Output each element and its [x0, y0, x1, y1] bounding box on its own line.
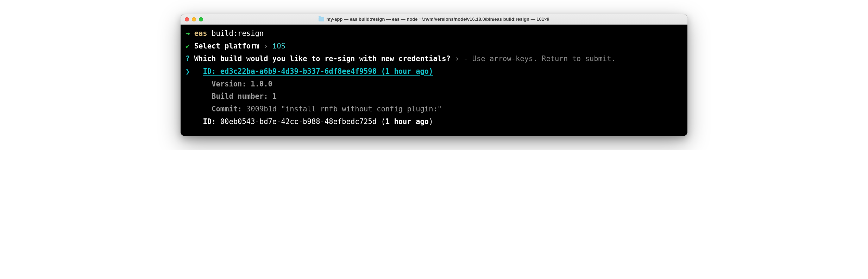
- other-option[interactable]: ID: 00eb0543-bd7e-42cc-b988-48efbedc725d…: [185, 116, 683, 128]
- window-title: my-app — eas build:resign — eas — node ~…: [326, 17, 549, 22]
- detail-commit: Commit: 3009b1d "install rnfb without co…: [185, 103, 683, 116]
- zoom-icon[interactable]: [199, 17, 203, 21]
- prompt-line: → eas build:resign: [185, 27, 683, 40]
- selection-arrow-icon: ❯: [185, 67, 190, 76]
- selected-option[interactable]: ❯ ID: ed3c22ba-a6b9-4d39-b337-6df8ee4f95…: [185, 65, 683, 78]
- other-time: 1 hour ago: [385, 117, 429, 126]
- terminal-body[interactable]: → eas build:resign✔ Select platform › iO…: [181, 25, 687, 136]
- prompt-arrow-icon: →: [185, 29, 190, 38]
- window-controls: [185, 17, 203, 21]
- version-value: 1.0.0: [251, 80, 272, 88]
- buildnum-value: 1: [272, 92, 277, 100]
- window-title-wrap: my-app — eas build:resign — eas — node ~…: [181, 17, 687, 22]
- detail-version: Version: 1.0.0: [185, 78, 683, 91]
- commit-label: Commit:: [212, 105, 242, 113]
- question-text: Which build would you like to re-sign wi…: [194, 54, 451, 63]
- platform-line: ✔ Select platform › iOS: [185, 40, 683, 53]
- chevron-icon: ›: [264, 42, 268, 50]
- minimize-icon[interactable]: [192, 17, 196, 21]
- folder-icon: [319, 17, 324, 21]
- close-icon[interactable]: [185, 17, 189, 21]
- terminal-window: my-app — eas build:resign — eas — node ~…: [181, 14, 687, 136]
- titlebar[interactable]: my-app — eas build:resign — eas — node ~…: [181, 14, 687, 25]
- command-eas: eas: [194, 29, 207, 38]
- other-close: ): [429, 117, 433, 126]
- question-line: ? Which build would you like to re-sign …: [185, 53, 683, 65]
- chevron-icon: ›: [455, 54, 459, 63]
- other-id-label: ID:: [203, 117, 216, 126]
- platform-value: iOS: [272, 42, 285, 50]
- version-label: Version:: [212, 80, 246, 88]
- question-mark-icon: ?: [185, 54, 190, 63]
- selected-build-id: ID: ed3c22ba-a6b9-4d39-b337-6df8ee4f9598…: [203, 67, 433, 76]
- command-sub: build:resign: [212, 29, 264, 38]
- hint-text: - Use arrow-keys. Return to submit.: [464, 54, 616, 63]
- other-id-value: 00eb0543-bd7e-42cc-b988-48efbedc725d (: [220, 117, 385, 126]
- check-icon: ✔: [185, 42, 190, 50]
- buildnum-label: Build number:: [212, 92, 268, 100]
- platform-label: Select platform: [194, 42, 259, 50]
- detail-buildnum: Build number: 1: [185, 90, 683, 103]
- commit-value: 3009b1d "install rnfb without config plu…: [246, 105, 442, 113]
